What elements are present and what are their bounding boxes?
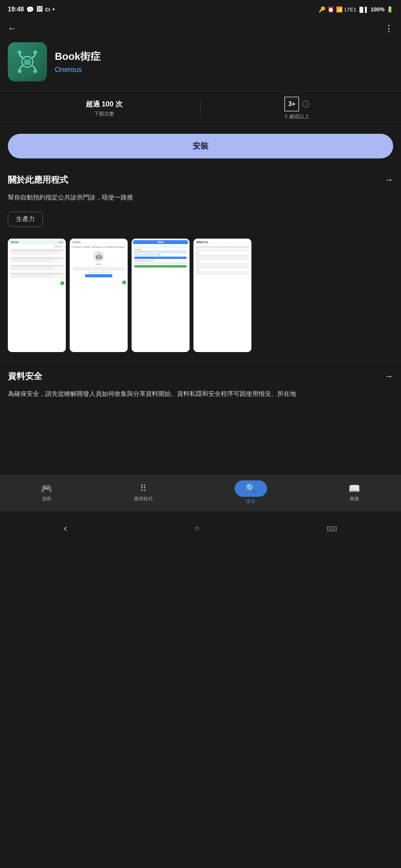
app-name: Book街症 [55,50,101,63]
app-developer[interactable]: Onerous [55,66,101,74]
app-icon [8,42,47,81]
system-back-button[interactable]: ‹ [48,521,83,536]
about-section-header: 關於此應用程式 → [0,169,401,190]
books-icon: 📖 [349,483,360,494]
back-button[interactable]: ← [8,23,16,34]
battery-display: 100% [370,6,385,13]
books-label: 圖書 [350,496,359,502]
screenshot-3[interactable]: 新預約 出生日期 選擇就診項目下面進行診療所門診機師 診療預約需查詢診所所在門口 [132,239,190,352]
svg-point-4 [18,69,22,73]
signal-bars: LTE1 ▐▌▌ [345,7,368,13]
safety-arrow[interactable]: → [385,371,393,381]
app-icon-svg [12,46,43,77]
status-bar: 19:48 💬 🖼 Ci • 🔑 ⏰ 📶 LTE1 ▐▌▌ 100% 🔋 [0,0,401,19]
safety-title: 資料安全 [8,370,42,382]
about-arrow[interactable]: → [385,175,393,185]
nav-apps[interactable]: ⠿ 應用程式 [126,483,161,502]
search-icon: 🔍 [235,480,267,497]
age-stat: 3+ i 3 歲或以上 [201,97,394,120]
screenshot-2[interactable]: Book街症 整合預約與人工智能排版，整合預約指定公立公共系統幫你排門診門診格局… [70,239,128,352]
downloads-value: 超過 100 次 [86,99,123,109]
games-label: 遊戲 [42,496,51,502]
gallery-icon: 🖼 [36,6,43,13]
age-info: 3+ i [284,97,309,111]
wifi-icon: 📶 [336,6,343,13]
safety-description: 為確保安全，請先從瞭解開發人員如何收集與分享資料開始。資料私隱和安全程序可因使用… [0,386,401,405]
downloads-stat: 超過 100 次 下載次數 [8,99,200,117]
stats-row: 超過 100 次 下載次數 3+ i 3 歲或以上 [0,91,401,126]
app-info-section: Book街症 Onerous [0,38,401,91]
about-title: 關於此應用程式 [8,174,68,186]
time-display: 19:48 [8,6,24,13]
bottom-nav: 🎮 遊戲 ⠿ 應用程式 🔍 搜尋 📖 圖書 [0,475,401,511]
age-label: 3 歲或以上 [285,113,309,120]
downloads-label: 下載次數 [94,110,114,117]
svg-point-5 [33,69,37,73]
svg-point-2 [18,50,22,54]
screenshots-container: 預約記錄 返回 排列方式 ∨ [0,235,401,361]
age-badge: 3+ [284,97,299,111]
apps-icon: ⠿ [140,483,147,494]
info-icon[interactable]: i [302,101,309,108]
nav-games[interactable]: 🎮 遊戲 [33,483,60,502]
games-icon: 🎮 [41,483,52,494]
safety-section-header: 資料安全 → [0,366,401,386]
app-title-section: Book街症 Onerous [55,50,101,74]
search-label: 搜尋 [246,498,255,505]
status-time: 19:48 💬 🖼 Ci • [8,6,55,13]
system-recents-button[interactable]: ▯▯▯ [311,523,353,534]
tags-row: 生產力 [0,208,401,235]
key-icon: 🔑 [319,6,325,13]
system-home-button[interactable]: ○ [179,522,215,534]
whatsapp-icon: 💬 [26,6,34,13]
screenshot-4[interactable]: 選擇診所 (84) 建議 港島 [193,239,251,352]
dot-icon: • [52,6,55,13]
alarm-icon: ⏰ [327,6,334,13]
screenshot-1[interactable]: 預約記錄 返回 排列方式 ∨ [8,239,66,352]
productivity-tag[interactable]: 生產力 [8,212,43,227]
nav-search[interactable]: 🔍 搜尋 [227,480,275,505]
nav-header: ← ⋮ [0,19,401,38]
battery-icon: 🔋 [387,6,393,13]
install-button[interactable]: 安裝 [8,134,393,158]
app-description: 幫你自動預約指定公共診所門診，唔使一路揸 [0,190,401,208]
status-right: 🔑 ⏰ 📶 LTE1 ▐▌▌ 100% 🔋 [319,6,393,13]
nav-books[interactable]: 📖 圖書 [341,483,368,502]
svg-point-3 [33,50,37,54]
system-nav: ‹ ○ ▯▯▯ [0,514,401,541]
apps-label: 應用程式 [134,496,153,502]
more-button[interactable]: ⋮ [385,23,393,34]
signal-icon: Ci [45,7,50,13]
svg-rect-6 [24,59,31,65]
